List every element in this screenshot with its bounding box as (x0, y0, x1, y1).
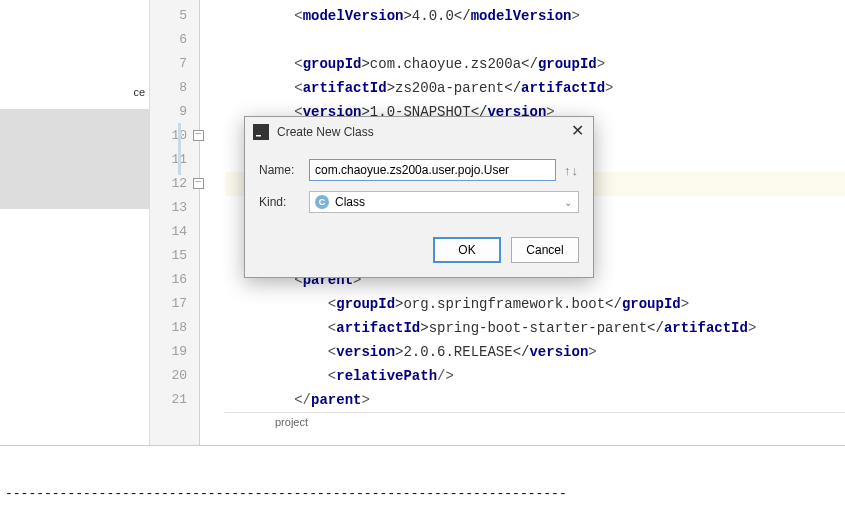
line-number: 11 (150, 148, 199, 172)
caret-gutter (200, 0, 225, 445)
line-number: 21 (150, 388, 199, 412)
project-item[interactable]: ce (0, 85, 149, 99)
name-label: Name: (259, 163, 301, 177)
close-icon[interactable]: ✕ (569, 124, 585, 140)
console-line: ----------------------------------------… (5, 486, 840, 501)
dialog-title: Create New Class (277, 125, 561, 139)
fold-icon[interactable] (193, 130, 204, 141)
chevron-down-icon: ⌄ (564, 197, 572, 208)
code-line: <version>2.0.6.RELEASE</version> (225, 340, 845, 364)
kind-label: Kind: (259, 195, 301, 209)
code-line (225, 28, 845, 52)
line-number: 19 (150, 340, 199, 364)
cancel-button[interactable]: Cancel (511, 237, 579, 263)
ok-button[interactable]: OK (433, 237, 501, 263)
line-number: 14 (150, 220, 199, 244)
code-line: <groupId>org.springframework.boot</group… (225, 292, 845, 316)
line-number: 9 (150, 100, 199, 124)
code-line: <groupId>com.chaoyue.zs200a</groupId> (225, 52, 845, 76)
line-number: 18 (150, 316, 199, 340)
line-number: 8 (150, 76, 199, 100)
line-number: 15 (150, 244, 199, 268)
code-line: <relativePath/> (225, 364, 845, 388)
editor-gutter: 5 6 7 8 9 10 11 12 13 14 15 16 17 18 19 … (150, 0, 200, 445)
change-marker (178, 123, 181, 175)
panel-divider (0, 109, 149, 209)
console-panel[interactable]: ----------------------------------------… (0, 445, 845, 530)
line-number: 12 (150, 172, 199, 196)
line-number: 10 (150, 124, 199, 148)
code-line: <modelVersion>4.0.0</modelVersion> (225, 4, 845, 28)
fold-icon[interactable] (193, 178, 204, 189)
class-name-input[interactable] (309, 159, 556, 181)
create-class-dialog: Create New Class ✕ Name: ↑↓ Kind: C Clas… (244, 116, 594, 278)
line-number: 20 (150, 364, 199, 388)
code-line: <artifactId>zs200a-parent</artifactId> (225, 76, 845, 100)
kind-value: Class (335, 195, 365, 209)
intellij-icon (253, 124, 269, 140)
kind-select[interactable]: C Class ⌄ (309, 191, 579, 213)
breadcrumb[interactable]: project (225, 412, 845, 431)
history-arrows-icon[interactable]: ↑↓ (564, 163, 579, 178)
line-number: 7 (150, 52, 199, 76)
code-line: </parent> (225, 388, 845, 412)
line-number: 5 (150, 4, 199, 28)
line-number: 6 (150, 28, 199, 52)
project-side-panel[interactable]: ce (0, 0, 150, 445)
line-number: 16 (150, 268, 199, 292)
class-kind-icon: C (315, 195, 329, 209)
line-number: 17 (150, 292, 199, 316)
dialog-titlebar[interactable]: Create New Class ✕ (245, 117, 593, 147)
line-number: 13 (150, 196, 199, 220)
svg-rect-1 (256, 135, 261, 137)
code-line: <artifactId>spring-boot-starter-parent</… (225, 316, 845, 340)
